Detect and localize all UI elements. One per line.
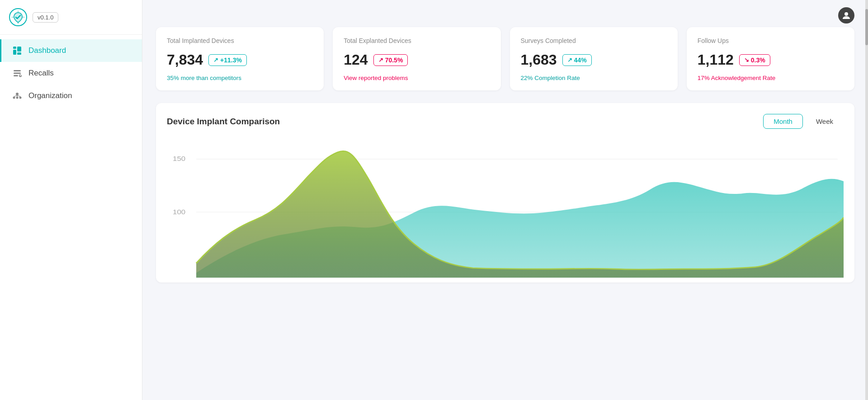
chart-wrapper: 150 100 — [167, 138, 844, 282]
arrow-down-icon: ↘ — [744, 56, 749, 63]
svg-rect-1 — [13, 47, 16, 49]
stat-value-surveys: 1,683 — [521, 52, 557, 68]
dashboard-icon — [12, 46, 22, 56]
arrow-up-teal2-icon: ↗ — [567, 56, 572, 63]
svg-rect-7 — [14, 75, 18, 76]
svg-rect-2 — [13, 50, 16, 55]
stat-value-explanted: 124 — [344, 52, 368, 68]
stat-value-followups: 1,112 — [698, 52, 734, 68]
stat-subtext-followups: 17% Acknowledgement Rate — [698, 75, 844, 81]
svg-rect-3 — [17, 47, 21, 52]
user-avatar[interactable] — [838, 7, 854, 24]
svg-rect-4 — [17, 52, 21, 55]
badge-text-implanted: +11.3% — [220, 56, 242, 64]
y-label-100: 100 — [173, 208, 185, 215]
stat-value-row-followups: 1,112 ↘ 0.3% — [698, 52, 844, 68]
stat-card-followups: Follow Ups 1,112 ↘ 0.3% 17% Acknowledgem… — [687, 27, 854, 90]
stat-card-surveys: Surveys Completed 1,683 ↗ 44% 22% Comple… — [510, 27, 678, 90]
stat-value-row-surveys: 1,683 ↗ 44% — [521, 52, 667, 68]
stat-badge-surveys: ↗ 44% — [562, 54, 592, 66]
stat-title-followups: Follow Ups — [698, 37, 844, 44]
logo-icon — [9, 8, 27, 26]
stat-value-row-implanted: 7,834 ↗ +11.3% — [167, 52, 313, 68]
sidebar-item-dashboard[interactable]: Dashboard — [0, 39, 142, 62]
svg-point-9 — [16, 93, 19, 95]
stat-subtext-implanted: 35% more than competitors — [167, 75, 313, 81]
chart-svg: 150 100 — [167, 138, 844, 282]
badge-text-followups: 0.3% — [751, 56, 765, 64]
sidebar-item-recalls[interactable]: Recalls — [0, 62, 142, 85]
sidebar: v0.1.0 Dashboard — [0, 0, 142, 400]
sidebar-nav: Dashboard Recalls — [0, 35, 142, 400]
stat-badge-followups: ↘ 0.3% — [739, 54, 770, 66]
chart-toggle: Month Week — [763, 114, 844, 129]
sidebar-header: v0.1.0 — [0, 0, 142, 35]
stat-subtext-surveys: 22% Completion Rate — [521, 75, 667, 81]
svg-rect-5 — [14, 70, 21, 71]
sidebar-item-label-organization: Organization — [28, 91, 72, 100]
stat-card-total-explanted: Total Explanted Devices 124 ↗ 70.5% View… — [333, 27, 500, 90]
scrollbar-thumb[interactable] — [865, 9, 868, 45]
stat-value-implanted: 7,834 — [167, 52, 203, 68]
stat-badge-explanted: ↗ 70.5% — [373, 54, 408, 66]
svg-point-12 — [16, 97, 19, 99]
sidebar-item-label-recalls: Recalls — [28, 69, 54, 78]
recalls-icon — [12, 68, 22, 78]
svg-point-13 — [844, 12, 848, 16]
chart-title: Device Implant Comparison — [167, 117, 280, 127]
arrow-up-icon: ↗ — [213, 56, 218, 63]
badge-text-surveys: 44% — [574, 56, 587, 64]
svg-point-10 — [13, 97, 15, 99]
stat-title-surveys: Surveys Completed — [521, 37, 667, 44]
badge-text-explanted: 70.5% — [385, 56, 403, 64]
stat-card-total-implanted: Total Implanted Devices 7,834 ↗ +11.3% 3… — [156, 27, 324, 90]
organization-icon — [12, 91, 22, 101]
arrow-up-red-icon: ↗ — [378, 56, 383, 63]
version-badge: v0.1.0 — [33, 12, 58, 23]
month-toggle-button[interactable]: Month — [763, 114, 803, 129]
chart-section: Device Implant Comparison Month Week 150… — [156, 103, 854, 282]
stat-title-explanted: Total Explanted Devices — [344, 37, 490, 44]
stat-title-implanted: Total Implanted Devices — [167, 37, 313, 44]
y-label-150: 150 — [173, 155, 185, 162]
chart-header: Device Implant Comparison Month Week — [167, 114, 844, 129]
top-bar — [156, 0, 854, 27]
stat-subtext-explanted[interactable]: View reported problems — [344, 75, 490, 81]
scrollbar[interactable] — [865, 0, 868, 400]
main-content: Total Implanted Devices 7,834 ↗ +11.3% 3… — [142, 0, 868, 400]
svg-rect-6 — [14, 73, 21, 74]
sidebar-item-organization[interactable]: Organization — [0, 85, 142, 107]
svg-point-11 — [19, 97, 22, 99]
sidebar-item-label-dashboard: Dashboard — [28, 46, 66, 55]
week-toggle-button[interactable]: Week — [806, 114, 844, 129]
stats-row: Total Implanted Devices 7,834 ↗ +11.3% 3… — [156, 27, 854, 90]
stat-value-row-explanted: 124 ↗ 70.5% — [344, 52, 490, 68]
stat-badge-implanted: ↗ +11.3% — [208, 54, 247, 66]
